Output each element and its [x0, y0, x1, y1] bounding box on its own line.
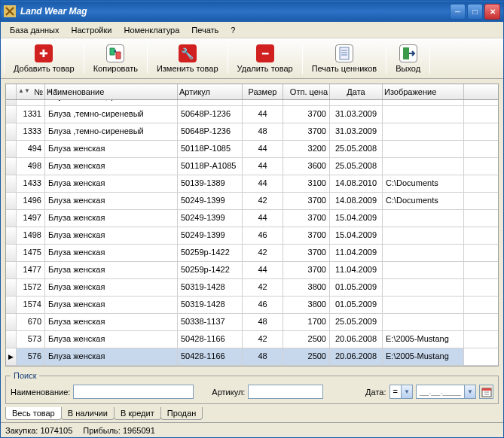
table-row[interactable]: 1331Блуза ,темно-сиреневый50648P-1236443… [6, 106, 498, 123]
cell-image [383, 106, 464, 123]
row-indicator [6, 175, 17, 192]
cell-date: 15.04.2009 [330, 227, 383, 244]
table-row[interactable]: 1497Блуза женская50249-139944370015.04.2… [6, 210, 498, 227]
table-row[interactable]: 670Блуза женская50338-113748170025.05.20… [6, 314, 498, 331]
maximize-button[interactable]: □ [467, 4, 483, 20]
cell-number: 1475 [17, 245, 45, 261]
col-header-price[interactable]: Отп. цена [283, 84, 330, 99]
copy-button[interactable]: Копировать [87, 41, 144, 77]
cell-date: 11.04.2009 [330, 262, 383, 278]
search-op-combo[interactable]: =▼ [389, 385, 413, 399]
col-header-number[interactable]: ▲▼№ [17, 84, 45, 99]
menu-help[interactable]: ? [225, 23, 241, 37]
cell-price: 1700 [283, 314, 330, 330]
cell-image [383, 279, 464, 296]
col-header-article[interactable]: Артикул [178, 84, 243, 99]
row-indicator [6, 123, 17, 140]
search-article-input[interactable] [248, 385, 323, 399]
table-row[interactable]: 1574Блуза женская50319-142846380001.05.2… [6, 297, 498, 314]
table-row[interactable]: 1477Блуза женская50259p-142244370011.04.… [6, 262, 498, 279]
menu-database[interactable]: База данных [4, 23, 66, 37]
cell-image [383, 227, 464, 244]
menu-nomenclature[interactable]: Номенклатура [118, 23, 185, 37]
cell-size: 44 [243, 158, 283, 175]
col-header-size[interactable]: Размер [243, 84, 283, 99]
exit-button[interactable]: Выход [389, 41, 426, 77]
cell-article: 50118P-1085 [178, 141, 243, 157]
data-grid: ▲▼№ ▲▼Наименование Артикул Размер Отп. ц… [5, 84, 499, 367]
col-header-image[interactable]: Изображение [383, 84, 464, 99]
cell-date: 11.04.2009 [330, 245, 383, 261]
col-header-name[interactable]: ▲▼Наименование [45, 84, 178, 99]
table-row[interactable]: 494Блуза женская50118P-108544320025.05.2… [6, 141, 498, 158]
tab-instock[interactable]: В наличии [61, 407, 115, 420]
grid-header: ▲▼№ ▲▼Наименование Артикул Размер Отп. ц… [6, 84, 498, 100]
cell-date: 01.05.2009 [330, 279, 383, 296]
cell-size: 44 [243, 141, 283, 157]
cell-article: 50249-1399 [178, 193, 243, 209]
row-indicator: ▶ [6, 348, 17, 365]
table-row[interactable]: ▶576Блуза женская50428-116648250020.06.2… [6, 348, 498, 366]
cell-name: Блуза женская [45, 262, 178, 278]
table-row[interactable]: 1475Блуза женская50259p-142242370011.04.… [6, 245, 498, 262]
close-button[interactable]: ✕ [484, 4, 500, 20]
table-row[interactable]: 498Блуза женская50118P-A108544360025.05.… [6, 158, 498, 175]
copy-icon [106, 44, 124, 62]
toolbar: ✚ Добавить товар Копировать 🔧 Изменить т… [1, 38, 503, 79]
cell-size: 48 [243, 348, 283, 365]
tab-all[interactable]: Весь товар [5, 407, 62, 420]
tab-credit[interactable]: В кредит [114, 407, 161, 420]
row-indicator [6, 100, 17, 105]
menu-print[interactable]: Печать [185, 23, 225, 37]
cell-number: 1477 [17, 262, 45, 278]
edit-item-button[interactable]: 🔧 Изменить товар [151, 41, 225, 77]
cell-image [383, 314, 464, 330]
cell-name: Блуза женская [45, 245, 178, 261]
search-date-picker-button[interactable] [479, 385, 493, 399]
cell-size: 48 [243, 123, 283, 140]
cell-price: 3700 [283, 123, 330, 140]
cell-name: Блуза женская [45, 314, 178, 330]
cell-name: Блуза женская [45, 175, 178, 192]
print-pricetags-button[interactable]: Печать ценников [306, 41, 383, 77]
cell-name: Блуза женская [45, 331, 178, 348]
cell-size: 44 [243, 262, 283, 278]
add-item-button[interactable]: ✚ Добавить товар [8, 41, 81, 77]
table-row[interactable]: 1333Блуза ,темно-сиреневый50648P-1236483… [6, 123, 498, 141]
status-profit: Прибыль: 1965091 [83, 426, 154, 435]
cell-image: C:\Documents [383, 193, 464, 209]
table-row[interactable]: 573Блуза женская50428-116642250020.06.20… [6, 331, 498, 348]
cell-price: 3200 [283, 141, 330, 157]
row-indicator [6, 210, 17, 227]
cell-article: 50648P-1236 [178, 123, 243, 140]
table-row[interactable]: 1496Блуза женская50249-139942370014.08.2… [6, 193, 498, 210]
cell-size: 42 [243, 245, 283, 261]
table-row[interactable]: 1572Блуза женская50319-142842380001.05.2… [6, 279, 498, 297]
table-row[interactable]: 1274Блуза женская,красная набивка50668P-… [6, 100, 498, 106]
tab-sold[interactable]: Продан [160, 407, 203, 420]
minimize-button[interactable]: ─ [450, 4, 466, 20]
cell-image: E:\2005-Mustang [383, 348, 464, 365]
cell-price: 3800 [283, 279, 330, 296]
cell-number: 1498 [17, 227, 45, 244]
cell-article: 50319-1428 [178, 279, 243, 296]
cell-article: 50648P-1236 [178, 106, 243, 123]
cell-price: 3100 [283, 175, 330, 192]
menu-settings[interactable]: Настройки [66, 23, 118, 37]
delete-item-button[interactable]: ━ Удалить товар [231, 41, 299, 77]
cell-date: 20.06.2008 [330, 331, 383, 348]
cell-article: 50338-1137 [178, 314, 243, 330]
status-bar: Закупка: 1074105 Прибыль: 1965091 [1, 422, 503, 437]
cell-size: 46 [243, 227, 283, 244]
search-date-combo[interactable]: __.__.____▼ [416, 385, 476, 399]
table-row[interactable]: 1433Блуза женская50139-138944310014.08.2… [6, 175, 498, 193]
search-name-input[interactable] [73, 385, 194, 399]
cell-article: 50428-1166 [178, 331, 243, 348]
cell-price: 2500 [283, 331, 330, 348]
cell-date: 03.01.2009 [330, 100, 383, 105]
col-header-date[interactable]: Дата [330, 84, 383, 99]
svg-rect-1 [340, 47, 349, 59]
titlebar: Land Wear Mag ─ □ ✕ [1, 1, 503, 22]
table-row[interactable]: 1498Блуза женская50249-139946370015.04.2… [6, 227, 498, 245]
grid-body[interactable]: 1274Блуза женская,красная набивка50668P-… [6, 100, 498, 366]
